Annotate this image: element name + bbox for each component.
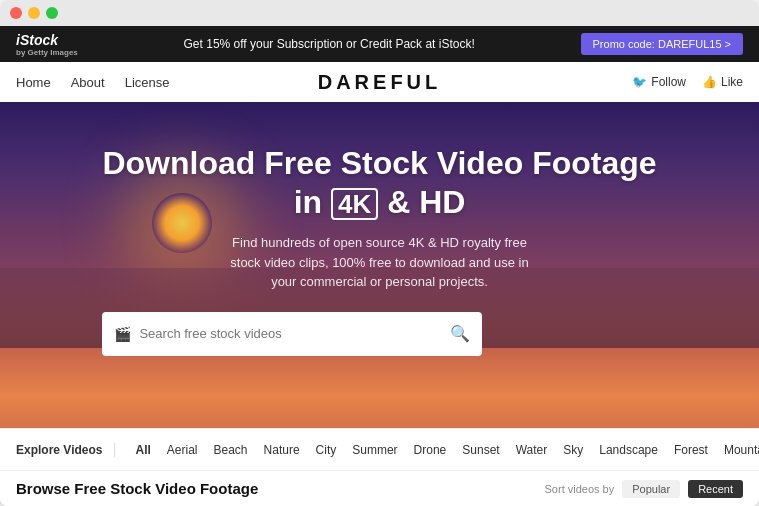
category-city[interactable]: City bbox=[308, 443, 345, 457]
nav-home[interactable]: Home bbox=[16, 75, 51, 90]
category-nature[interactable]: Nature bbox=[256, 443, 308, 457]
sort-by-label: Sort videos by bbox=[545, 483, 615, 495]
maximize-button[interactable] bbox=[46, 7, 58, 19]
search-bar: 🎬 🔍 bbox=[102, 312, 482, 356]
hero-section: Download Free Stock Video Footage in 4K … bbox=[0, 102, 759, 428]
hero-title-post: & HD bbox=[378, 184, 465, 220]
browse-title: Browse Free Stock Video Footage bbox=[16, 480, 258, 497]
banner-text: Get 15% off your Subscription or Credit … bbox=[94, 37, 565, 51]
nav: Home About License DAREFUL 🐦 Follow 👍 Li… bbox=[0, 62, 759, 102]
sort-controls: Sort videos by Popular Recent bbox=[545, 480, 743, 498]
category-summer[interactable]: Summer bbox=[344, 443, 405, 457]
sort-popular-button[interactable]: Popular bbox=[622, 480, 680, 498]
explore-label: Explore Videos bbox=[16, 443, 115, 457]
video-icon: 🎬 bbox=[114, 326, 131, 342]
bottom-bar: Browse Free Stock Video Footage Sort vid… bbox=[0, 470, 759, 506]
brand-logo: DAREFUL bbox=[318, 71, 442, 94]
hero-title-line1: Download Free Stock Video Footage bbox=[102, 145, 656, 181]
category-mountain[interactable]: Mountain bbox=[716, 443, 759, 457]
hero-title-pre: in bbox=[294, 184, 331, 220]
title-bar bbox=[0, 0, 759, 26]
category-landscape[interactable]: Landscape bbox=[591, 443, 666, 457]
promo-button[interactable]: Promo code: DAREFUL15 > bbox=[581, 33, 743, 55]
category-water[interactable]: Water bbox=[508, 443, 556, 457]
category-aerial[interactable]: Aerial bbox=[159, 443, 206, 457]
category-beach[interactable]: Beach bbox=[206, 443, 256, 457]
hero-content: Download Free Stock Video Footage in 4K … bbox=[82, 144, 676, 355]
categories-bar: Explore Videos All Aerial Beach Nature C… bbox=[0, 428, 759, 470]
hero-title: Download Free Stock Video Footage in 4K … bbox=[102, 144, 656, 221]
badge-4k: 4K bbox=[331, 188, 378, 220]
category-sky[interactable]: Sky bbox=[555, 443, 591, 457]
istock-banner: iStock by Getty Images Get 15% off your … bbox=[0, 26, 759, 62]
follow-label: Follow bbox=[651, 75, 686, 89]
twitter-follow[interactable]: 🐦 Follow bbox=[632, 75, 686, 89]
search-input[interactable] bbox=[139, 326, 442, 341]
category-forest[interactable]: Forest bbox=[666, 443, 716, 457]
browser-window: iStock by Getty Images Get 15% off your … bbox=[0, 0, 759, 506]
search-button[interactable]: 🔍 bbox=[450, 324, 470, 343]
sort-recent-button[interactable]: Recent bbox=[688, 480, 743, 498]
hero-subtitle: Find hundreds of open source 4K & HD roy… bbox=[220, 233, 540, 292]
istock-logo: iStock by Getty Images bbox=[16, 32, 78, 57]
category-all[interactable]: All bbox=[127, 443, 158, 457]
nav-about[interactable]: About bbox=[71, 75, 105, 90]
twitter-icon: 🐦 bbox=[632, 75, 647, 89]
nav-license[interactable]: License bbox=[125, 75, 170, 90]
traffic-lights bbox=[10, 7, 58, 19]
nav-right: 🐦 Follow 👍 Like bbox=[632, 75, 743, 89]
minimize-button[interactable] bbox=[28, 7, 40, 19]
facebook-icon: 👍 bbox=[702, 75, 717, 89]
close-button[interactable] bbox=[10, 7, 22, 19]
category-drone[interactable]: Drone bbox=[406, 443, 455, 457]
nav-left: Home About License bbox=[16, 75, 169, 90]
category-sunset[interactable]: Sunset bbox=[454, 443, 507, 457]
facebook-like[interactable]: 👍 Like bbox=[702, 75, 743, 89]
like-label: Like bbox=[721, 75, 743, 89]
